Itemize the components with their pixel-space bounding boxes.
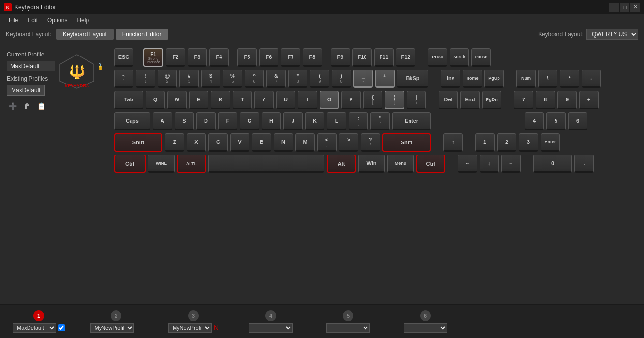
- key-shift-right[interactable]: Shift: [382, 133, 431, 152]
- key-pgup[interactable]: PgUp: [484, 70, 504, 88]
- slot-select-5[interactable]: [326, 323, 370, 333]
- key-space[interactable]: [208, 155, 324, 173]
- key-1[interactable]: !1: [136, 70, 155, 88]
- key-backspace[interactable]: BkSp: [397, 70, 428, 88]
- key-b[interactable]: B: [252, 133, 271, 152]
- key-x[interactable]: X: [187, 133, 206, 152]
- key-winl[interactable]: WINL: [148, 155, 175, 173]
- key-comma[interactable]: <,: [317, 133, 337, 152]
- menu-help[interactable]: Help: [72, 16, 94, 25]
- key-e[interactable]: E: [189, 91, 208, 109]
- key-bracket-left[interactable]: {[: [363, 91, 382, 109]
- current-profile-input[interactable]: [7, 61, 60, 71]
- key-6[interactable]: ^6: [245, 70, 264, 88]
- slot-check-1[interactable]: [58, 324, 65, 331]
- delete-profile-button[interactable]: 🗑: [22, 101, 32, 111]
- key-9[interactable]: (9: [310, 70, 329, 88]
- key-f4[interactable]: F4: [209, 48, 229, 67]
- key-num0[interactable]: 0: [533, 155, 572, 173]
- key-pause[interactable]: Pause: [471, 48, 491, 67]
- key-arrow-right[interactable]: →: [501, 155, 521, 173]
- key-arrow-up[interactable]: ↑: [443, 133, 463, 152]
- key-prtsc[interactable]: PrtSc: [428, 48, 447, 67]
- key-0[interactable]: )0: [332, 70, 351, 88]
- key-enter[interactable]: Enter: [392, 112, 431, 130]
- key-period[interactable]: >.: [339, 133, 358, 152]
- key-equals[interactable]: +=: [375, 70, 395, 88]
- key-end[interactable]: End: [460, 91, 480, 109]
- key-num5[interactable]: 5: [546, 112, 566, 130]
- key-slash[interactable]: ?/: [361, 133, 380, 152]
- key-m[interactable]: M: [295, 133, 315, 152]
- key-tab[interactable]: Tab: [114, 91, 143, 109]
- slot-select-6[interactable]: [404, 323, 447, 333]
- key-8[interactable]: *8: [288, 70, 307, 88]
- menu-file[interactable]: File: [4, 16, 23, 25]
- menu-edit[interactable]: Edit: [23, 16, 43, 25]
- key-f12[interactable]: F12: [396, 48, 415, 67]
- key-num3[interactable]: 3: [519, 133, 538, 152]
- key-backslash[interactable]: |\: [407, 91, 426, 109]
- key-g[interactable]: G: [240, 112, 259, 130]
- slot-select-3[interactable]: MyNewProfile: [168, 323, 212, 333]
- slot-select-4[interactable]: [249, 323, 293, 333]
- key-scrlk[interactable]: ScrLk: [450, 48, 469, 67]
- key-caps[interactable]: Caps: [114, 112, 150, 130]
- key-s[interactable]: S: [175, 112, 194, 130]
- close-button[interactable]: ✕: [630, 3, 640, 12]
- key-3[interactable]: #3: [179, 70, 199, 88]
- maximize-button[interactable]: □: [620, 3, 629, 12]
- key-f7[interactable]: F7: [281, 48, 300, 67]
- key-k[interactable]: K: [305, 112, 324, 130]
- key-c[interactable]: C: [208, 133, 228, 152]
- key-o[interactable]: O: [320, 91, 339, 109]
- key-num-plus[interactable]: +: [579, 91, 599, 109]
- key-semicolon[interactable]: :;: [349, 112, 368, 130]
- key-n[interactable]: N: [274, 133, 293, 152]
- key-num-star[interactable]: *: [560, 70, 579, 88]
- key-f1[interactable]: F1 Strong Interface: [143, 48, 163, 67]
- key-num-enter[interactable]: Enter: [541, 133, 560, 152]
- key-a[interactable]: A: [153, 112, 172, 130]
- key-backtick[interactable]: ~`: [114, 70, 133, 88]
- key-num-dot[interactable]: .: [574, 155, 594, 173]
- key-home[interactable]: Home: [463, 70, 482, 88]
- key-r[interactable]: R: [211, 91, 230, 109]
- key-win[interactable]: Win: [358, 155, 385, 173]
- key-alt[interactable]: Alt: [327, 155, 356, 173]
- key-num6[interactable]: 6: [568, 112, 587, 130]
- key-i[interactable]: I: [298, 91, 317, 109]
- key-num7[interactable]: 7: [514, 91, 533, 109]
- key-j[interactable]: J: [283, 112, 303, 130]
- key-minus[interactable]: _-: [353, 70, 373, 88]
- key-f5[interactable]: F5: [237, 48, 257, 67]
- key-pgdn[interactable]: PgDn: [482, 91, 501, 109]
- key-l[interactable]: L: [327, 112, 346, 130]
- key-num[interactable]: Num: [516, 70, 536, 88]
- layout-dropdown[interactable]: QWERTY US: [586, 29, 638, 40]
- minimize-button[interactable]: —: [609, 3, 619, 12]
- key-f11[interactable]: F11: [374, 48, 394, 67]
- key-7[interactable]: &7: [266, 70, 286, 88]
- key-5[interactable]: %5: [223, 70, 242, 88]
- key-u[interactable]: U: [276, 91, 295, 109]
- key-w[interactable]: W: [167, 91, 187, 109]
- key-altl[interactable]: ALTL: [177, 155, 206, 173]
- key-ctrl-left[interactable]: Ctrl: [114, 155, 146, 173]
- key-f[interactable]: F: [218, 112, 237, 130]
- key-f6[interactable]: F6: [259, 48, 278, 67]
- key-num8[interactable]: 8: [536, 91, 555, 109]
- key-4[interactable]: $4: [201, 70, 220, 88]
- copy-profile-button[interactable]: 📋: [35, 101, 47, 111]
- key-f8[interactable]: F8: [303, 48, 322, 67]
- key-ctrl-right[interactable]: Ctrl: [416, 155, 445, 173]
- menu-options[interactable]: Options: [43, 16, 72, 25]
- tab-keyboard-layout[interactable]: Keyboard Layout: [56, 29, 114, 40]
- key-p[interactable]: P: [341, 91, 361, 109]
- key-y[interactable]: Y: [254, 91, 274, 109]
- key-q[interactable]: Q: [146, 91, 165, 109]
- key-num-slash[interactable]: \: [538, 70, 557, 88]
- key-f3[interactable]: F3: [188, 48, 207, 67]
- tab-function-editor[interactable]: Function Editor: [116, 29, 168, 40]
- key-num9[interactable]: 9: [557, 91, 577, 109]
